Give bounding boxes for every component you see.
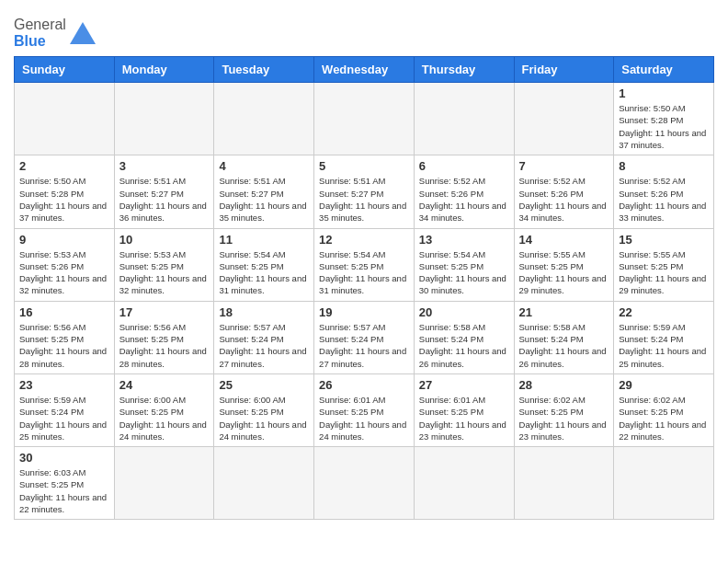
day-info: Sunrise: 5:59 AM Sunset: 5:24 PM Dayligh… [19, 394, 109, 442]
calendar-cell [414, 83, 514, 155]
calendar-cell: 4Sunrise: 5:51 AM Sunset: 5:27 PM Daylig… [214, 155, 314, 228]
calendar-cell [514, 447, 614, 520]
calendar-cell: 7Sunrise: 5:52 AM Sunset: 5:26 PM Daylig… [514, 155, 614, 228]
day-info: Sunrise: 6:00 AM Sunset: 5:25 PM Dayligh… [119, 394, 210, 442]
day-number: 22 [619, 305, 709, 319]
day-number: 28 [519, 378, 609, 392]
day-info: Sunrise: 5:56 AM Sunset: 5:25 PM Dayligh… [19, 321, 109, 370]
calendar-row-3: 16Sunrise: 5:56 AM Sunset: 5:25 PM Dayli… [15, 301, 714, 373]
calendar: SundayMondayTuesdayWednesdayThursdayFrid… [14, 56, 714, 520]
calendar-cell: 21Sunrise: 5:58 AM Sunset: 5:24 PM Dayli… [514, 301, 614, 373]
calendar-cell [614, 447, 714, 520]
day-info: Sunrise: 6:02 AM Sunset: 5:25 PM Dayligh… [519, 394, 609, 442]
calendar-cell: 9Sunrise: 5:53 AM Sunset: 5:26 PM Daylig… [15, 228, 115, 301]
calendar-cell: 28Sunrise: 6:02 AM Sunset: 5:25 PM Dayli… [514, 373, 614, 446]
day-number: 1 [619, 86, 709, 100]
day-info: Sunrise: 5:52 AM Sunset: 5:26 PM Dayligh… [519, 175, 609, 224]
day-info: Sunrise: 5:50 AM Sunset: 5:28 PM Dayligh… [19, 175, 109, 224]
calendar-cell: 24Sunrise: 6:00 AM Sunset: 5:25 PM Dayli… [114, 373, 214, 446]
day-number: 20 [419, 305, 509, 319]
calendar-cell [114, 83, 214, 155]
calendar-row-2: 9Sunrise: 5:53 AM Sunset: 5:26 PM Daylig… [15, 228, 714, 301]
calendar-cell [214, 83, 314, 155]
calendar-cell: 14Sunrise: 5:55 AM Sunset: 5:25 PM Dayli… [514, 228, 614, 301]
calendar-row-5: 30Sunrise: 6:03 AM Sunset: 5:25 PM Dayli… [15, 447, 714, 520]
day-number: 18 [219, 305, 309, 319]
day-info: Sunrise: 6:00 AM Sunset: 5:25 PM Dayligh… [219, 394, 309, 442]
day-number: 15 [619, 233, 709, 247]
calendar-cell: 11Sunrise: 5:54 AM Sunset: 5:25 PM Dayli… [214, 228, 314, 301]
weekday-header-row: SundayMondayTuesdayWednesdayThursdayFrid… [15, 57, 714, 83]
day-info: Sunrise: 6:03 AM Sunset: 5:25 PM Dayligh… [19, 466, 109, 515]
calendar-cell [214, 447, 314, 520]
calendar-cell: 6Sunrise: 5:52 AM Sunset: 5:26 PM Daylig… [414, 155, 514, 228]
calendar-cell: 16Sunrise: 5:56 AM Sunset: 5:25 PM Dayli… [15, 301, 115, 373]
day-info: Sunrise: 5:50 AM Sunset: 5:28 PM Dayligh… [619, 102, 709, 151]
day-number: 9 [19, 233, 109, 247]
calendar-cell: 8Sunrise: 5:52 AM Sunset: 5:26 PM Daylig… [614, 155, 714, 228]
day-info: Sunrise: 6:01 AM Sunset: 5:25 PM Dayligh… [319, 394, 409, 442]
day-number: 16 [19, 305, 109, 319]
day-info: Sunrise: 5:52 AM Sunset: 5:26 PM Dayligh… [619, 175, 709, 224]
weekday-header-thursday: Thursday [414, 57, 514, 83]
day-info: Sunrise: 5:59 AM Sunset: 5:24 PM Dayligh… [619, 321, 709, 370]
header: General Blue [14, 9, 714, 49]
logo: General Blue [14, 17, 96, 49]
day-info: Sunrise: 5:58 AM Sunset: 5:24 PM Dayligh… [519, 321, 609, 370]
day-number: 23 [19, 378, 109, 392]
calendar-row-4: 23Sunrise: 5:59 AM Sunset: 5:24 PM Dayli… [15, 373, 714, 446]
day-info: Sunrise: 5:57 AM Sunset: 5:24 PM Dayligh… [319, 321, 409, 370]
calendar-cell: 26Sunrise: 6:01 AM Sunset: 5:25 PM Dayli… [314, 373, 415, 446]
weekday-header-wednesday: Wednesday [314, 57, 415, 83]
weekday-header-saturday: Saturday [614, 57, 714, 83]
svg-marker-0 [70, 22, 96, 44]
day-number: 30 [19, 451, 109, 465]
calendar-cell: 2Sunrise: 5:50 AM Sunset: 5:28 PM Daylig… [15, 155, 115, 228]
day-number: 3 [119, 159, 210, 173]
day-number: 11 [219, 233, 309, 247]
calendar-cell: 15Sunrise: 5:55 AM Sunset: 5:25 PM Dayli… [614, 228, 714, 301]
day-number: 25 [219, 378, 309, 392]
calendar-cell: 5Sunrise: 5:51 AM Sunset: 5:27 PM Daylig… [314, 155, 415, 228]
day-number: 29 [619, 378, 709, 392]
day-info: Sunrise: 5:51 AM Sunset: 5:27 PM Dayligh… [319, 175, 409, 224]
day-number: 4 [219, 159, 309, 173]
day-info: Sunrise: 5:54 AM Sunset: 5:25 PM Dayligh… [219, 248, 309, 297]
logo-text: General Blue [14, 17, 66, 49]
calendar-cell: 22Sunrise: 5:59 AM Sunset: 5:24 PM Dayli… [614, 301, 714, 373]
day-number: 5 [319, 159, 409, 173]
day-number: 27 [419, 378, 509, 392]
day-number: 12 [319, 233, 409, 247]
calendar-cell [314, 83, 415, 155]
day-number: 2 [19, 159, 109, 173]
calendar-cell: 12Sunrise: 5:54 AM Sunset: 5:25 PM Dayli… [314, 228, 415, 301]
day-number: 6 [419, 159, 509, 173]
day-info: Sunrise: 5:55 AM Sunset: 5:25 PM Dayligh… [619, 248, 709, 297]
weekday-header-tuesday: Tuesday [214, 57, 314, 83]
calendar-cell: 30Sunrise: 6:03 AM Sunset: 5:25 PM Dayli… [15, 447, 115, 520]
calendar-cell: 19Sunrise: 5:57 AM Sunset: 5:24 PM Dayli… [314, 301, 415, 373]
calendar-cell: 17Sunrise: 5:56 AM Sunset: 5:25 PM Dayli… [114, 301, 214, 373]
day-info: Sunrise: 5:51 AM Sunset: 5:27 PM Dayligh… [119, 175, 210, 224]
day-info: Sunrise: 5:57 AM Sunset: 5:24 PM Dayligh… [219, 321, 309, 370]
calendar-cell: 10Sunrise: 5:53 AM Sunset: 5:25 PM Dayli… [114, 228, 214, 301]
day-info: Sunrise: 5:52 AM Sunset: 5:26 PM Dayligh… [419, 175, 509, 224]
calendar-cell: 3Sunrise: 5:51 AM Sunset: 5:27 PM Daylig… [114, 155, 214, 228]
day-info: Sunrise: 6:02 AM Sunset: 5:25 PM Dayligh… [619, 394, 709, 442]
day-info: Sunrise: 5:54 AM Sunset: 5:25 PM Dayligh… [319, 248, 409, 297]
day-number: 17 [119, 305, 210, 319]
day-number: 8 [619, 159, 709, 173]
day-info: Sunrise: 5:53 AM Sunset: 5:25 PM Dayligh… [119, 248, 210, 297]
day-number: 13 [419, 233, 509, 247]
calendar-cell: 23Sunrise: 5:59 AM Sunset: 5:24 PM Dayli… [15, 373, 115, 446]
day-info: Sunrise: 6:01 AM Sunset: 5:25 PM Dayligh… [419, 394, 509, 442]
calendar-cell: 29Sunrise: 6:02 AM Sunset: 5:25 PM Dayli… [614, 373, 714, 446]
calendar-cell [514, 83, 614, 155]
day-info: Sunrise: 5:53 AM Sunset: 5:26 PM Dayligh… [19, 248, 109, 297]
day-info: Sunrise: 5:54 AM Sunset: 5:25 PM Dayligh… [419, 248, 509, 297]
day-info: Sunrise: 5:51 AM Sunset: 5:27 PM Dayligh… [219, 175, 309, 224]
calendar-cell: 25Sunrise: 6:00 AM Sunset: 5:25 PM Dayli… [214, 373, 314, 446]
calendar-cell: 27Sunrise: 6:01 AM Sunset: 5:25 PM Dayli… [414, 373, 514, 446]
day-number: 26 [319, 378, 409, 392]
calendar-row-0: 1Sunrise: 5:50 AM Sunset: 5:28 PM Daylig… [15, 83, 714, 155]
